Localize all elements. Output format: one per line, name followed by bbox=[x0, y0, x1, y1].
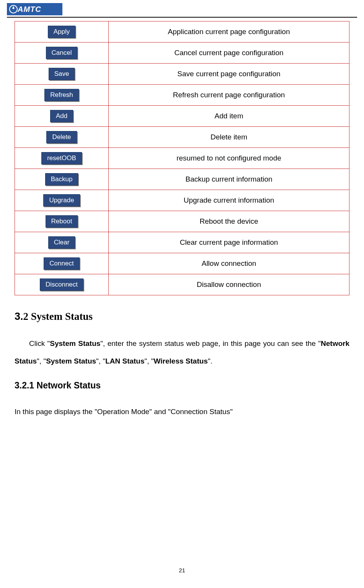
backup-button[interactable]: Backup bbox=[45, 173, 78, 185]
table-row: Disconnect Disallow connection bbox=[15, 274, 349, 295]
table-row: Clear Clear current page information bbox=[15, 232, 349, 253]
reboot-description: Reboot the device bbox=[109, 211, 349, 232]
disconnect-description: Disallow connection bbox=[109, 274, 349, 295]
resetoob-button[interactable]: resetOOB bbox=[41, 152, 82, 164]
upgrade-description: Upgrade current information bbox=[109, 190, 349, 211]
apply-description: Application current page configuration bbox=[109, 21, 349, 43]
add-description: Add item bbox=[109, 106, 349, 127]
logo-text: AMTC bbox=[18, 5, 41, 14]
paragraph-network-status: In this page displays the "Operation Mod… bbox=[15, 403, 349, 421]
refresh-description: Refresh current page configuration bbox=[109, 85, 349, 106]
connect-description: Allow connection bbox=[109, 253, 349, 274]
cancel-description: Cancel current page configuration bbox=[109, 43, 349, 64]
table-row: Delete Delete item bbox=[15, 127, 349, 148]
paragraph-system-status: Click "System Status", enter the system … bbox=[15, 335, 349, 370]
table-row: resetOOB resumed to not configured mode bbox=[15, 148, 349, 169]
logo-icon bbox=[9, 5, 18, 13]
table-row: Refresh Refresh current page configurati… bbox=[15, 85, 349, 106]
cancel-button[interactable]: Cancel bbox=[46, 47, 78, 59]
header-divider bbox=[7, 17, 357, 18]
disconnect-button[interactable]: Disconnect bbox=[40, 278, 83, 291]
table-row: Reboot Reboot the device bbox=[15, 211, 349, 232]
heading-network-status: 3.2.1 Network Status bbox=[15, 380, 349, 391]
clear-description: Clear current page information bbox=[109, 232, 349, 253]
table-row: Add Add item bbox=[15, 106, 349, 127]
table-row: Backup Backup current information bbox=[15, 169, 349, 190]
resetoob-description: resumed to not configured mode bbox=[109, 148, 349, 169]
apply-button[interactable]: Apply bbox=[48, 26, 76, 38]
delete-button[interactable]: Delete bbox=[46, 131, 77, 143]
save-button[interactable]: Save bbox=[49, 68, 75, 80]
upgrade-button[interactable]: Upgrade bbox=[43, 194, 80, 206]
delete-description: Delete item bbox=[109, 127, 349, 148]
refresh-button[interactable]: Refresh bbox=[44, 89, 79, 101]
table-row: Save Save current page configuration bbox=[15, 64, 349, 85]
connect-button[interactable]: Connect bbox=[44, 257, 79, 270]
table-row: Connect Allow connection bbox=[15, 253, 349, 274]
backup-description: Backup current information bbox=[109, 169, 349, 190]
table-row: Cancel Cancel current page configuration bbox=[15, 43, 349, 64]
buttons-description-table: Apply Application current page configura… bbox=[15, 21, 349, 295]
save-description: Save current page configuration bbox=[109, 64, 349, 85]
section-system-status: 3.2 System Status Click "System Status",… bbox=[15, 311, 349, 421]
clear-button[interactable]: Clear bbox=[48, 236, 75, 249]
table-row: Upgrade Upgrade current information bbox=[15, 190, 349, 211]
table-row: Apply Application current page configura… bbox=[15, 21, 349, 43]
reboot-button[interactable]: Reboot bbox=[46, 215, 78, 228]
page-content: Apply Application current page configura… bbox=[15, 21, 349, 421]
brand-logo: AMTC bbox=[7, 3, 62, 15]
heading-system-status: 3.2 System Status bbox=[15, 311, 349, 323]
page-number: 21 bbox=[0, 567, 364, 573]
add-button[interactable]: Add bbox=[50, 110, 73, 122]
